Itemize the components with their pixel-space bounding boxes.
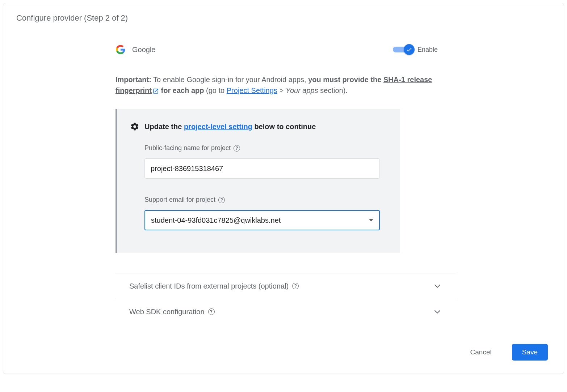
project-settings-link[interactable]: Project Settings bbox=[227, 86, 277, 94]
public-name-input[interactable] bbox=[144, 158, 380, 179]
public-name-label: Public-facing name for project ? bbox=[144, 144, 387, 152]
content-column: Google Enable Important: To enable Googl… bbox=[116, 44, 456, 324]
provider-row: Google Enable bbox=[116, 44, 456, 55]
important-prefix: Important: bbox=[116, 76, 151, 84]
support-email-field-group: Support email for project ? student-04-9… bbox=[144, 196, 387, 230]
safelist-section[interactable]: Safelist client IDs from external projec… bbox=[116, 273, 456, 299]
chevron-down-icon bbox=[433, 307, 442, 316]
websdk-label: Web SDK configuration bbox=[129, 308, 205, 316]
websdk-section[interactable]: Web SDK configuration ? bbox=[116, 299, 456, 324]
help-icon[interactable]: ? bbox=[234, 145, 240, 152]
important-notice: Important: To enable Google sign-in for … bbox=[116, 74, 456, 96]
enable-toggle[interactable] bbox=[393, 46, 414, 53]
google-logo-icon bbox=[116, 44, 126, 55]
dropdown-arrow-icon bbox=[369, 219, 373, 222]
provider-name: Google bbox=[132, 46, 393, 54]
enable-toggle-label: Enable bbox=[417, 46, 438, 54]
enable-toggle-container: Enable bbox=[393, 46, 438, 54]
safelist-label: Safelist client IDs from external projec… bbox=[129, 282, 289, 290]
project-settings-panel: Update the project-level setting below t… bbox=[116, 109, 400, 253]
configure-provider-card: Configure provider (Step 2 of 2) Google … bbox=[3, 3, 564, 374]
external-link-icon bbox=[152, 88, 159, 94]
support-email-label: Support email for project ? bbox=[144, 196, 387, 204]
project-level-setting-link[interactable]: project-level setting bbox=[184, 123, 252, 131]
public-name-field-group: Public-facing name for project ? bbox=[144, 144, 387, 179]
toggle-thumb bbox=[404, 44, 415, 55]
actions-row: Cancel Save bbox=[16, 344, 551, 361]
save-button[interactable]: Save bbox=[512, 344, 548, 361]
support-email-value: student-04-93fd031c7825@qwiklabs.net bbox=[151, 216, 281, 225]
check-icon bbox=[406, 46, 412, 53]
panel-header: Update the project-level setting below t… bbox=[130, 122, 387, 131]
cancel-button[interactable]: Cancel bbox=[460, 344, 502, 361]
support-email-select[interactable]: student-04-93fd031c7825@qwiklabs.net bbox=[144, 210, 380, 230]
help-icon[interactable]: ? bbox=[218, 197, 225, 203]
chevron-down-icon bbox=[433, 281, 442, 291]
help-icon[interactable]: ? bbox=[208, 308, 215, 315]
page-title: Configure provider (Step 2 of 2) bbox=[16, 13, 551, 23]
gear-icon bbox=[130, 122, 139, 131]
help-icon[interactable]: ? bbox=[292, 283, 299, 289]
